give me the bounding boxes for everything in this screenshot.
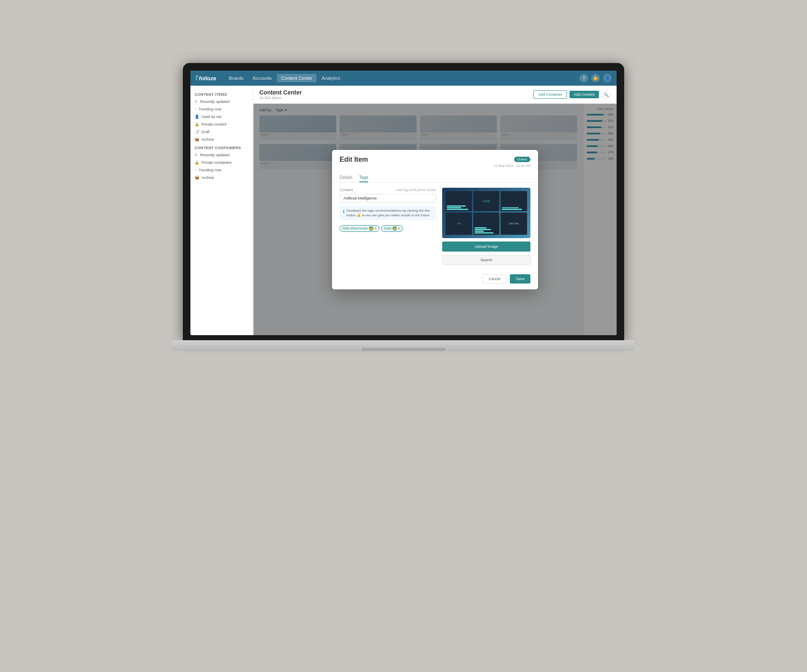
tag-label: Data Warehouse xyxy=(343,226,368,230)
sidebar-item-draft[interactable]: 📝 Draft xyxy=(190,128,253,136)
modal-header: Edit Item Online 12 May 2019 , 12:30 PM xyxy=(332,150,538,168)
sidebar-item-trending-containers[interactable]: ↑ Trending now xyxy=(190,166,253,174)
tag-data[interactable]: Data 👍 × xyxy=(381,225,403,232)
modal-tabs: Details Tags xyxy=(332,170,538,183)
trending-icon-2: ↑ xyxy=(195,168,197,172)
user-avatar[interactable]: 👤 xyxy=(603,74,612,82)
mini-screen-4: 7.38 xyxy=(446,213,472,235)
modal-overlay: Edit Item Online 12 May 2019 , 12:30 PM … xyxy=(253,104,617,335)
nav-content-center[interactable]: Content Center xyxy=(277,74,317,82)
status-badge: Online xyxy=(514,157,530,162)
archive-icon-2: 📦 xyxy=(195,176,199,180)
content-body: Add by: Type ▾ Item 1 Item 2 Item 3 Item… xyxy=(253,104,617,335)
mini-screen-3 xyxy=(501,191,527,212)
nav-analytics[interactable]: Analytics xyxy=(317,74,344,82)
sidebar-item-private-containers[interactable]: 🔒 Private containers xyxy=(190,159,253,166)
modal-body: Content Add tag and press Enter ℹ xyxy=(332,183,538,270)
trending-icon: ↑ xyxy=(195,107,197,111)
modal-title: Edit Item xyxy=(340,156,368,163)
notification-icon[interactable]: 🔔 xyxy=(591,74,600,82)
save-button[interactable]: Save xyxy=(510,274,530,284)
mini-screen-1 xyxy=(446,191,472,212)
field-label-content: Content Add tag and press Enter xyxy=(340,188,436,192)
main-area: Content Items ↻ Recently updated ↑ Trend… xyxy=(190,86,617,335)
content-count: 15,934 Items xyxy=(259,96,302,100)
app-logo: f folloze xyxy=(195,74,216,82)
mini-screen-2: 14,655 xyxy=(473,191,500,212)
nav-boards[interactable]: Boards xyxy=(225,74,248,82)
nav-menu: Boards Accounts Content Center Analytics xyxy=(225,74,580,82)
tag-data-warehouse[interactable]: Data Warehouse 👍 × xyxy=(340,225,380,232)
content-preview-image: 14,655 xyxy=(442,188,530,238)
modal-footer: Cancel Save xyxy=(332,270,538,289)
info-box: ℹ Feedback the tags recommendations by c… xyxy=(340,206,436,220)
mini-screen-5 xyxy=(473,213,500,235)
laptop-base xyxy=(172,340,635,351)
tags-container: Data Warehouse 👍 × Data 👍 xyxy=(340,225,436,232)
navbar: f folloze Boards Accounts Content Center… xyxy=(190,71,617,86)
cancel-button[interactable]: Cancel xyxy=(482,274,506,284)
sidebar-item-private-content[interactable]: 🔒 Private content xyxy=(190,121,253,128)
modal-right-panel: 14,655 xyxy=(442,188,530,265)
sidebar-item-used-by-me[interactable]: 👤 Used by me xyxy=(190,113,253,121)
user-icon: 👤 xyxy=(195,115,199,119)
modal-date: 12 May 2019 , 12:30 PM xyxy=(494,164,530,168)
content-header: Content Center 15,934 Items Add Containe… xyxy=(253,86,617,104)
page-title: Content Center xyxy=(259,89,302,96)
search-image-button[interactable]: Search xyxy=(442,255,530,265)
nav-accounts[interactable]: Accounts xyxy=(248,74,276,82)
add-content-button[interactable]: Add Content xyxy=(570,91,599,98)
thumbs-up-icon[interactable]: 👍 xyxy=(369,226,373,231)
tag-remove-button-2[interactable]: × xyxy=(398,226,400,231)
upload-image-button[interactable]: Upload Image xyxy=(442,242,530,252)
tab-tags[interactable]: Tags xyxy=(359,173,368,182)
mini-screen-6: Daily Stats xyxy=(501,213,527,235)
edit-item-modal: Edit Item Online 12 May 2019 , 12:30 PM … xyxy=(332,150,538,289)
sidebar-item-trending-now[interactable]: ↑ Trending now xyxy=(190,105,253,113)
lock-icon-2: 🔒 xyxy=(195,160,199,165)
modal-left-panel: Content Add tag and press Enter ℹ xyxy=(340,188,436,265)
sidebar-item-archive-containers[interactable]: 📦 Archive xyxy=(190,174,253,181)
sidebar-section-containers: Content Containers xyxy=(190,143,253,151)
sidebar: Content Items ↻ Recently updated ↑ Trend… xyxy=(190,86,253,335)
tab-details[interactable]: Details xyxy=(340,173,353,182)
content-panel: Content Center 15,934 Items Add Containe… xyxy=(253,86,617,335)
sidebar-item-recently-updated[interactable]: ↻ Recently updated xyxy=(190,98,253,105)
lock-icon: 🔒 xyxy=(195,122,199,126)
refresh-icon: ↻ xyxy=(195,100,198,104)
navbar-right: ? 🔔 👤 xyxy=(580,74,612,82)
add-container-button[interactable]: Add Container xyxy=(533,90,567,99)
sidebar-item-containers-recent[interactable]: ↻ Recently updated xyxy=(190,151,253,159)
thumbs-up-icon-2[interactable]: 👍 xyxy=(393,226,397,231)
tag-label: Data xyxy=(384,226,391,230)
sidebar-item-archive[interactable]: 📦 Archive xyxy=(190,136,253,143)
search-button[interactable]: 🔍 xyxy=(601,90,611,99)
sidebar-section-content-items: Content Items xyxy=(190,90,253,98)
tag-input[interactable] xyxy=(340,194,436,202)
header-buttons: Add Container Add Content 🔍 xyxy=(533,90,611,99)
tag-remove-button[interactable]: × xyxy=(374,226,377,231)
help-icon[interactable]: ? xyxy=(580,74,588,82)
info-icon: ℹ xyxy=(343,209,345,215)
draft-icon: 📝 xyxy=(195,130,199,134)
refresh-icon-2: ↻ xyxy=(195,153,198,157)
archive-icon: 📦 xyxy=(195,137,199,142)
